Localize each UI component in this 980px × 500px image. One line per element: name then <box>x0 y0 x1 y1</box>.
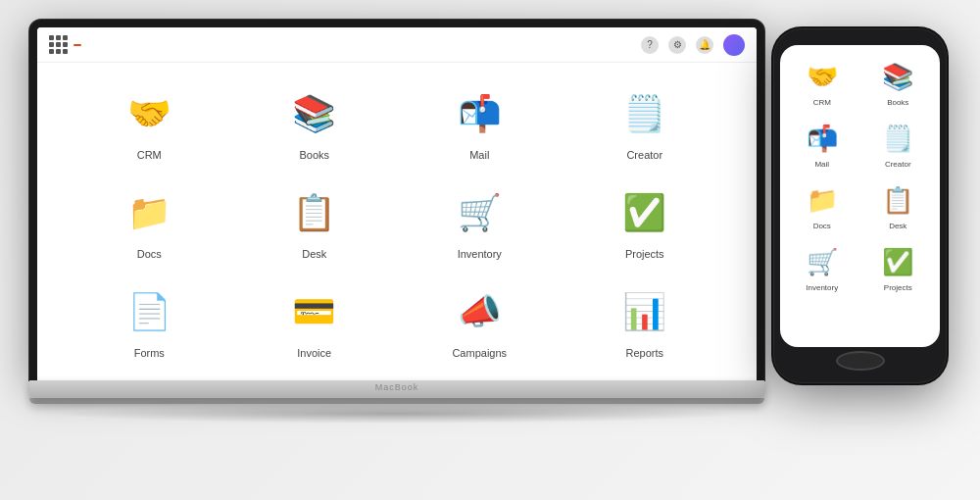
app-label-docs: Docs <box>137 248 162 260</box>
app-icon-books: 📚 <box>285 84 344 143</box>
app-label-mail: Mail <box>469 149 489 161</box>
app-item-reports[interactable]: 📊Reports <box>563 272 728 371</box>
app-label-reports: Reports <box>625 347 663 359</box>
phone-screen: 🤝CRM📚Books📬Mail🗒️Creator📁Docs📋Desk🛒Inven… <box>780 45 940 347</box>
grid-icon[interactable] <box>49 35 68 54</box>
phone-app-label-desk: Desk <box>889 222 906 230</box>
app-label-projects: Projects <box>625 248 664 260</box>
phone-app-item-mail[interactable]: 📬Mail <box>784 113 860 175</box>
phone-home-button[interactable] <box>836 351 885 371</box>
app-icon-forms: 📄 <box>120 282 178 341</box>
phone-app-icon-books: 📚 <box>878 57 917 96</box>
app-icon-campaigns: 📣 <box>450 282 509 341</box>
phone-app-icon-projects: ✅ <box>878 242 917 281</box>
app-item-inventory[interactable]: 🛒Inventory <box>397 172 563 271</box>
app-item-desk[interactable]: 📋Desk <box>232 172 398 271</box>
phone-app-label-projects: Projects <box>884 283 912 292</box>
logo-badge <box>74 44 81 46</box>
app-label-forms: Forms <box>134 347 165 359</box>
phone-app-item-books[interactable]: 📚Books <box>860 51 937 113</box>
app-icon-mail: 📬 <box>450 84 509 143</box>
phone-app-label-books: Books <box>887 98 908 107</box>
phone-app-label-mail: Mail <box>814 160 829 169</box>
phone-app-icon-docs: 📁 <box>803 180 842 220</box>
phone-app-icon-crm: 🤝 <box>803 57 842 96</box>
avatar[interactable] <box>723 34 745 56</box>
app-icon-inventory: 🛒 <box>450 183 509 242</box>
phone-app-item-crm[interactable]: 🤝CRM <box>784 51 860 113</box>
app-item-projects[interactable]: ✅Projects <box>563 172 728 271</box>
laptop-base <box>29 380 764 398</box>
app-grid: 🤝CRM📚Books📬Mail🗒️Creator📁Docs📋Desk🛒Inven… <box>37 63 757 380</box>
app-item-forms[interactable]: 📄Forms <box>67 272 232 371</box>
app-item-books[interactable]: 📚Books <box>232 73 398 172</box>
settings-icon[interactable]: ⚙ <box>668 36 686 54</box>
laptop-screen: ? ⚙ 🔔 🤝CRM📚Books📬Mail🗒️Creator📁Docs📋Desk… <box>37 27 757 380</box>
phone-app-label-crm: CRM <box>813 98 831 107</box>
app-icon-desk: 📋 <box>285 183 344 242</box>
help-icon[interactable]: ? <box>641 36 659 54</box>
app-icon-crm: 🤝 <box>120 84 178 143</box>
phone-app-icon-inventory: 🛒 <box>803 242 842 281</box>
scene: ? ⚙ 🔔 🤝CRM📚Books📬Mail🗒️Creator📁Docs📋Desk… <box>10 10 970 490</box>
phone-app-item-desk[interactable]: 📋Desk <box>860 175 937 236</box>
app-item-creator[interactable]: 🗒️Creator <box>563 73 728 172</box>
phone-app-label-creator: Creator <box>885 160 911 169</box>
phone-app-icon-desk: 📋 <box>878 180 917 220</box>
app-item-docs[interactable]: 📁Docs <box>67 172 232 271</box>
app-label-crm: CRM <box>137 149 162 161</box>
phone-app-item-projects[interactable]: ✅Projects <box>860 236 937 298</box>
phone-app-icon-mail: 📬 <box>803 119 842 158</box>
app-item-mail[interactable]: 📬Mail <box>397 73 563 172</box>
laptop-screen-outer: ? ⚙ 🔔 🤝CRM📚Books📬Mail🗒️Creator📁Docs📋Desk… <box>29 20 764 380</box>
app-icon-creator: 🗒️ <box>615 84 674 143</box>
app-logo <box>49 35 87 54</box>
phone-app-item-inventory[interactable]: 🛒Inventory <box>784 236 860 298</box>
app-label-invoice: Invoice <box>297 347 331 359</box>
phone-app-grid: 🤝CRM📚Books📬Mail🗒️Creator📁Docs📋Desk🛒Inven… <box>784 51 936 298</box>
app-item-invoice[interactable]: 💳Invoice <box>232 272 398 371</box>
app-label-inventory: Inventory <box>458 248 502 260</box>
app-label-campaigns: Campaigns <box>452 347 507 359</box>
header-right: ? ⚙ 🔔 <box>631 34 745 56</box>
app-icon-docs: 📁 <box>120 183 178 242</box>
app-label-creator: Creator <box>626 149 662 161</box>
app-icon-invoice: 💳 <box>285 282 344 341</box>
app-header: ? ⚙ 🔔 <box>37 27 757 63</box>
phone-app-icon-creator: 🗒️ <box>878 119 917 158</box>
app-icon-reports: 📊 <box>615 282 674 341</box>
phone-app-label-inventory: Inventory <box>806 283 838 292</box>
notification-icon[interactable]: 🔔 <box>696 36 713 54</box>
phone-app-item-docs[interactable]: 📁Docs <box>784 175 860 236</box>
laptop-shadow <box>54 404 740 424</box>
phone-app-item-creator[interactable]: 🗒️Creator <box>860 113 937 175</box>
app-label-desk: Desk <box>302 248 326 260</box>
phone: 🤝CRM📚Books📬Mail🗒️Creator📁Docs📋Desk🛒Inven… <box>774 29 946 382</box>
app-item-crm[interactable]: 🤝CRM <box>67 73 232 172</box>
laptop: ? ⚙ 🔔 🤝CRM📚Books📬Mail🗒️Creator📁Docs📋Desk… <box>29 20 764 424</box>
app-label-books: Books <box>299 149 329 161</box>
app-item-campaigns[interactable]: 📣Campaigns <box>397 272 563 371</box>
phone-app-label-docs: Docs <box>813 222 831 230</box>
app-icon-projects: ✅ <box>615 183 674 242</box>
